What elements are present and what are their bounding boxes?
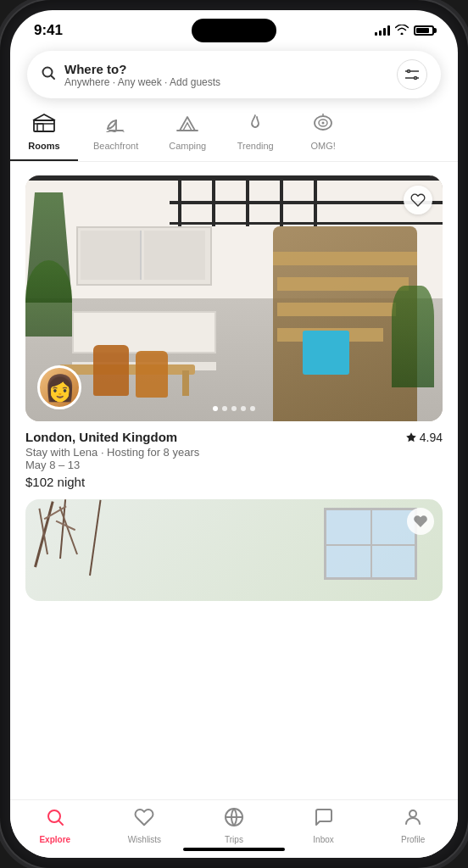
- category-tabs: Rooms Beachfront: [10, 102, 458, 162]
- listing-card-2[interactable]: [25, 499, 443, 601]
- listing-card-1[interactable]: 👩 London, United Kingdom: [25, 175, 443, 489]
- wishlists-label: Wishlists: [128, 835, 161, 844]
- profile-icon: [403, 807, 423, 832]
- camping-label: Camping: [169, 141, 206, 151]
- host-avatar-1: 👩: [37, 365, 81, 409]
- explore-icon: [45, 807, 65, 832]
- rooms-label: Rooms: [28, 141, 59, 151]
- nav-inbox[interactable]: Inbox: [279, 807, 369, 844]
- search-title: Where to?: [64, 62, 388, 76]
- battery-icon: [414, 25, 434, 36]
- status-icons: [375, 24, 434, 37]
- search-bar[interactable]: Where to? Anywhere · Any week · Add gues…: [27, 51, 441, 98]
- trips-icon: [224, 807, 244, 832]
- tab-trending[interactable]: Trending: [221, 108, 289, 161]
- status-bar: 9:41: [10, 10, 458, 44]
- nav-wishlists[interactable]: Wishlists: [100, 807, 190, 844]
- listing-dates-1: May 8 – 13: [25, 459, 443, 471]
- content-scroll: 👩 London, United Kingdom: [10, 162, 458, 799]
- filter-button[interactable]: [397, 59, 427, 90]
- signal-icon: [375, 25, 390, 36]
- listing-rating-1: 4.94: [405, 431, 443, 444]
- search-icon: [41, 65, 56, 84]
- trending-icon: [243, 114, 267, 137]
- listing-image-2: [25, 499, 443, 601]
- svg-point-16: [410, 810, 416, 817]
- listing-location-1: London, United Kingdom: [25, 430, 177, 444]
- search-main: Where to? Anywhere · Any week · Add gues…: [64, 62, 388, 88]
- trips-label: Trips: [225, 835, 243, 844]
- search-subtitle: Anywhere · Any week · Add guests: [64, 76, 388, 88]
- wifi-icon: [395, 24, 409, 37]
- phone-shell: 9:41: [0, 0, 468, 868]
- explore-label: Explore: [39, 835, 70, 844]
- home-indicator: [183, 848, 285, 851]
- rooms-icon: [32, 114, 56, 137]
- tab-beachfront[interactable]: Beachfront: [78, 108, 153, 161]
- tab-omg[interactable]: OMG!: [289, 108, 357, 161]
- trending-label: Trending: [237, 141, 274, 151]
- nav-explore[interactable]: Explore: [10, 807, 100, 844]
- wishlists-icon: [134, 807, 154, 832]
- wishlist-button-2[interactable]: [407, 508, 434, 535]
- inbox-label: Inbox: [313, 835, 333, 844]
- tab-camping[interactable]: Camping: [153, 108, 221, 161]
- tab-rooms[interactable]: Rooms: [10, 108, 78, 161]
- nav-trips[interactable]: Trips: [189, 807, 279, 844]
- nav-profile[interactable]: Profile: [368, 807, 458, 844]
- listing-image-1: 👩: [25, 175, 443, 421]
- svg-point-13: [322, 122, 325, 125]
- beachfront-label: Beachfront: [93, 141, 138, 151]
- listing-price-1: $102 night: [25, 475, 443, 489]
- listing-info-1: London, United Kingdom 4.94 Stay with Le…: [25, 430, 443, 489]
- image-dots: [213, 406, 255, 411]
- camping-icon: [176, 114, 199, 137]
- listing-desc-1: Stay with Lena · Hosting for 8 years: [25, 446, 443, 459]
- beachfront-icon: [104, 114, 128, 137]
- phone-screen: 9:41: [10, 10, 458, 858]
- profile-label: Profile: [401, 835, 425, 844]
- wishlist-button-1[interactable]: [404, 186, 432, 214]
- status-time: 9:41: [34, 22, 63, 39]
- svg-point-15: [48, 810, 60, 822]
- inbox-icon: [314, 807, 334, 832]
- svg-rect-8: [37, 124, 43, 131]
- omg-icon: [311, 114, 335, 137]
- search-section: Where to? Anywhere · Any week · Add gues…: [10, 44, 458, 102]
- omg-label: OMG!: [311, 141, 336, 151]
